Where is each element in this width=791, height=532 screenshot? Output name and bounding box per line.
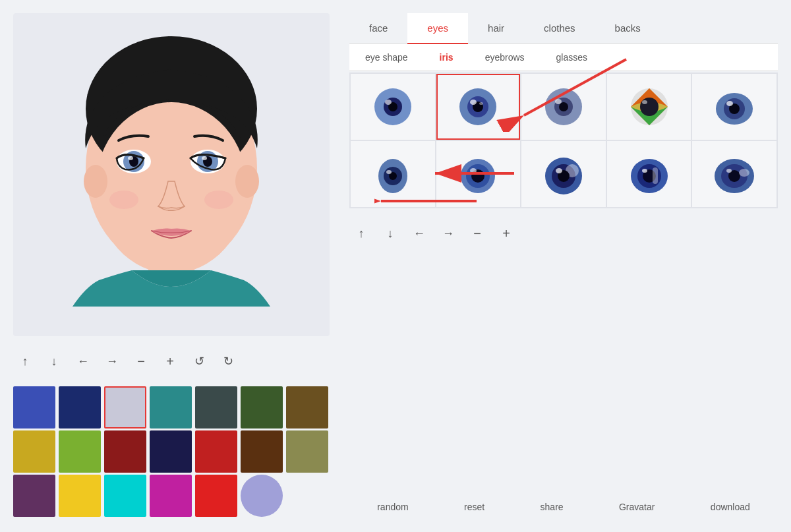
iris-option-8[interactable] bbox=[521, 141, 606, 207]
color-swatch[interactable] bbox=[195, 386, 237, 429]
svg-point-52 bbox=[642, 169, 647, 173]
move-right-button-left[interactable]: → bbox=[100, 349, 124, 373]
iris-option-7[interactable] bbox=[436, 141, 521, 207]
color-swatch[interactable] bbox=[104, 386, 146, 429]
right-controls-bar: ↑ ↓ ← → − + bbox=[349, 214, 778, 253]
svg-point-27 bbox=[555, 99, 562, 104]
random-button[interactable]: random bbox=[364, 495, 421, 519]
color-swatch[interactable] bbox=[150, 475, 192, 517]
svg-point-18 bbox=[385, 100, 392, 105]
svg-point-13 bbox=[109, 191, 138, 209]
iris-option-1[interactable] bbox=[351, 74, 435, 140]
svg-point-42 bbox=[470, 168, 477, 173]
move-right-button-right[interactable]: → bbox=[436, 222, 460, 245]
svg-point-47 bbox=[556, 168, 562, 173]
iris-option-6[interactable] bbox=[351, 141, 435, 207]
svg-point-14 bbox=[204, 191, 233, 209]
undo-button[interactable]: ↺ bbox=[187, 349, 211, 373]
move-up-button-left[interactable]: ↑ bbox=[13, 349, 37, 373]
left-panel: ↑ ↓ ← → − + ↺ ↻ bbox=[0, 0, 343, 532]
move-down-button-left[interactable]: ↓ bbox=[42, 349, 66, 373]
color-swatch[interactable] bbox=[104, 430, 146, 473]
svg-point-8 bbox=[128, 156, 133, 160]
iris-option-10[interactable] bbox=[692, 141, 776, 207]
move-left-button-right[interactable]: ← bbox=[407, 222, 431, 245]
svg-point-12 bbox=[202, 156, 207, 160]
svg-point-34 bbox=[726, 101, 733, 106]
tab-eyes[interactable]: eyes bbox=[407, 13, 468, 44]
iris-grid-wrapper bbox=[349, 71, 778, 208]
right-panel: face eyes hair clothes backs eye shape i… bbox=[343, 0, 791, 532]
tab-glasses[interactable]: glasses bbox=[541, 44, 603, 71]
tab-eye-shape[interactable]: eye shape bbox=[349, 44, 424, 71]
color-swatch[interactable] bbox=[286, 386, 328, 429]
color-swatch[interactable] bbox=[104, 475, 146, 517]
avatar-container bbox=[13, 13, 330, 336]
move-up-button-right[interactable]: ↑ bbox=[349, 222, 373, 245]
color-swatch[interactable] bbox=[195, 430, 237, 473]
color-swatch[interactable] bbox=[59, 475, 101, 517]
primary-tabs: face eyes hair clothes backs bbox=[349, 13, 778, 44]
tab-eyebrows[interactable]: eyebrows bbox=[469, 44, 541, 71]
color-swatch[interactable] bbox=[13, 386, 55, 429]
tab-iris[interactable]: iris bbox=[424, 44, 469, 71]
svg-point-3 bbox=[84, 165, 107, 198]
color-swatch[interactable] bbox=[286, 430, 328, 473]
svg-point-29 bbox=[640, 98, 659, 116]
zoom-in-button-right[interactable]: + bbox=[494, 222, 518, 245]
download-button[interactable]: download bbox=[697, 495, 763, 519]
move-left-button-left[interactable]: ← bbox=[71, 349, 95, 373]
color-swatch[interactable] bbox=[241, 386, 283, 429]
gravatar-button[interactable]: Gravatar bbox=[606, 495, 668, 519]
svg-point-22 bbox=[470, 100, 477, 105]
svg-point-23 bbox=[479, 102, 483, 105]
secondary-tabs: eye shape iris eyebrows glasses bbox=[349, 44, 778, 71]
iris-option-5[interactable] bbox=[692, 74, 776, 140]
reset-button[interactable]: reset bbox=[451, 495, 498, 519]
iris-option-3[interactable] bbox=[521, 74, 606, 140]
color-swatch[interactable] bbox=[150, 430, 192, 473]
color-swatch[interactable] bbox=[13, 475, 55, 517]
tab-clothes[interactable]: clothes bbox=[524, 13, 595, 44]
iris-option-2[interactable] bbox=[436, 74, 521, 140]
redo-button[interactable]: ↻ bbox=[216, 349, 240, 373]
iris-option-4[interactable] bbox=[607, 74, 691, 140]
color-swatch[interactable] bbox=[241, 430, 283, 473]
color-swatch[interactable] bbox=[150, 386, 192, 429]
tab-face[interactable]: face bbox=[349, 13, 407, 44]
color-swatch[interactable] bbox=[59, 430, 101, 473]
tab-hair[interactable]: hair bbox=[468, 13, 524, 44]
svg-rect-51 bbox=[653, 167, 658, 184]
bottom-actions: random reset share Gravatar download bbox=[349, 475, 778, 519]
avatar-svg bbox=[46, 23, 297, 326]
share-button[interactable]: share bbox=[527, 495, 577, 519]
color-grid bbox=[13, 386, 330, 517]
move-down-button-right[interactable]: ↓ bbox=[378, 222, 402, 245]
iris-grid bbox=[349, 73, 778, 208]
svg-point-2 bbox=[96, 102, 247, 274]
color-swatch[interactable] bbox=[59, 386, 101, 429]
zoom-out-button-left[interactable]: − bbox=[129, 349, 153, 373]
zoom-in-button-left[interactable]: + bbox=[158, 349, 182, 373]
svg-point-56 bbox=[739, 169, 749, 177]
tab-backs[interactable]: backs bbox=[595, 13, 660, 44]
svg-point-4 bbox=[235, 165, 259, 198]
color-swatch[interactable] bbox=[13, 430, 55, 473]
svg-point-38 bbox=[386, 170, 392, 174]
svg-point-57 bbox=[726, 169, 732, 173]
iris-option-9[interactable] bbox=[607, 141, 691, 207]
color-swatch[interactable] bbox=[195, 475, 237, 517]
svg-point-30 bbox=[642, 100, 647, 104]
color-swatch[interactable] bbox=[241, 475, 283, 517]
left-controls-bar: ↑ ↓ ← → − + ↺ ↻ bbox=[13, 347, 330, 376]
zoom-out-button-right[interactable]: − bbox=[465, 222, 489, 245]
